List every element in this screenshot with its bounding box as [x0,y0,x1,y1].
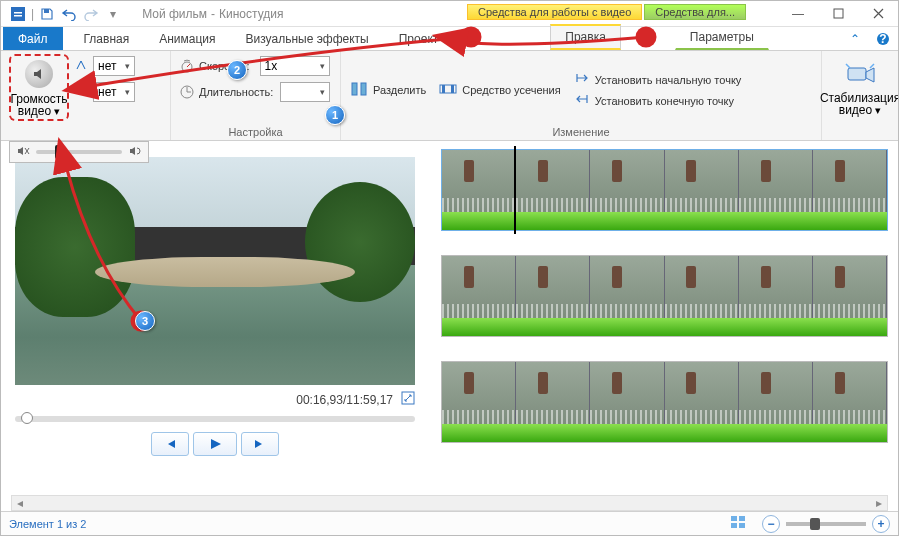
volume-slider-thumb[interactable] [55,145,63,159]
context-tab-music[interactable]: Средства для... [644,4,746,20]
next-frame-button[interactable] [241,432,279,456]
group-edit-label: Изменение [349,126,813,139]
callout-3: 3 [135,311,155,331]
timecode-text: 00:16,93/11:59,17 [296,393,393,407]
seek-thumb[interactable] [21,412,33,424]
save-icon[interactable] [38,5,56,23]
undo-icon[interactable] [60,5,78,23]
svg-rect-16 [731,516,737,521]
zoom-slider[interactable] [786,522,866,526]
svg-rect-14 [848,68,866,80]
close-button[interactable] [858,1,898,27]
qat-dropdown-icon[interactable]: ▾ [104,5,122,23]
video-volume-button[interactable]: Громкостьвидео ▾ [9,54,69,121]
volume-slider[interactable] [36,150,122,154]
split-icon [349,79,369,102]
horizontal-scrollbar[interactable]: ◂ ▸ [11,495,888,511]
seek-slider[interactable] [15,416,415,422]
titlebar: | ▾ Мой фильм-Киностудия — [1,1,898,27]
svg-rect-2 [14,15,22,17]
zoom-in-button[interactable]: + [872,515,890,533]
thumbnails-view-icon[interactable] [730,515,748,532]
volume-label-2: видео [18,104,51,118]
playback-controls [15,432,415,456]
ribbon-group-editing: Разделить Средство усечения Установить н… [341,51,822,140]
timeline-pane [431,141,898,491]
app-name: Киностудия [219,7,283,21]
set-end-icon [573,93,591,108]
svg-text:?: ? [879,32,886,46]
zoom-out-button[interactable]: − [762,515,780,533]
doc-name: Мой фильм [142,7,207,21]
ribbon-group-stabilize: Стабилизациявидео ▾ [822,51,898,140]
zoom-thumb[interactable] [810,518,820,530]
timeline-playhead[interactable] [514,146,516,234]
redo-icon[interactable] [82,5,100,23]
stabilize-button[interactable]: Стабилизациявидео ▾ [830,54,890,119]
play-button[interactable] [193,432,237,456]
scroll-left-icon[interactable]: ◂ [12,496,28,510]
volume-mute-icon [16,144,30,161]
svg-rect-12 [442,85,445,93]
app-menu-icon[interactable] [9,5,27,23]
tab-edit[interactable]: Правка [550,24,621,50]
trim-icon [438,82,458,99]
zoom-control: − + [762,515,890,533]
collapse-ribbon-icon[interactable]: ⌃ [846,30,864,48]
duration-label: Длительность: [199,86,273,98]
ribbon-group-settings: Скорость: 1x Длительность: Настройка [171,51,341,140]
video-preview[interactable] [15,157,415,385]
prev-frame-button[interactable] [151,432,189,456]
svg-rect-3 [44,9,49,13]
set-start-button[interactable]: Установить начальную точку [573,72,742,87]
status-bar: Элемент 1 из 2 − + [1,511,898,535]
tab-file[interactable]: Файл [3,27,63,50]
fadein-icon [75,59,89,73]
tab-view[interactable]: д [453,27,490,50]
fadein-select[interactable]: нет [93,56,135,76]
fadeout-icon [75,85,89,99]
timeline-clip-1[interactable] [441,149,888,231]
group-settings-label: Настройка [179,126,332,139]
set-start-icon [573,72,591,87]
fullscreen-icon[interactable] [401,391,415,408]
timeline-clip-2[interactable] [441,255,888,337]
trim-button[interactable]: Средство усечения [438,82,560,99]
contextual-tab-row: Средства для работы с видео Средства для… [467,4,746,20]
ribbon-group-audio: Громкостьвидео ▾ нет нет [1,51,171,140]
status-text: Элемент 1 из 2 [9,518,86,530]
tab-home[interactable]: Главная [69,27,145,50]
preview-pane: 00:16,93/11:59,17 [1,141,431,491]
tab-visual-effects[interactable]: Визуальные эффекты [231,27,384,50]
svg-rect-1 [14,12,22,14]
speaker-icon [25,60,53,88]
help-icon[interactable]: ? [874,30,892,48]
maximize-button[interactable] [818,1,858,27]
context-tab-video[interactable]: Средства для работы с видео [467,4,642,20]
timecode-row: 00:16,93/11:59,17 [15,391,415,408]
tab-project[interactable]: Проект [384,27,454,50]
speed-select[interactable]: 1x [260,56,330,76]
minimize-button[interactable]: — [778,1,818,27]
quick-access-toolbar: | ▾ [1,5,130,23]
scroll-right-icon[interactable]: ▸ [871,496,887,510]
ribbon-tabstrip: Файл Главная Анимация Визуальные эффекты… [1,27,898,51]
set-end-button[interactable]: Установить конечную точку [573,93,742,108]
svg-rect-19 [739,523,745,528]
tab-parameters[interactable]: Параметры [675,25,769,50]
camera-icon [844,57,876,89]
split-button[interactable]: Разделить [349,79,426,102]
duration-icon [179,83,195,102]
tab-animation[interactable]: Анимация [144,27,230,50]
svg-rect-10 [361,83,366,95]
callout-1: 1 [325,105,345,125]
ribbon: Громкостьвидео ▾ нет нет Скорость: 1x [1,51,898,141]
svg-rect-13 [451,85,454,93]
timeline-clip-3[interactable] [441,361,888,443]
svg-rect-4 [834,9,843,18]
fadeout-select[interactable]: нет [93,82,135,102]
duration-select[interactable] [280,82,330,102]
volume-max-icon [128,144,142,161]
svg-rect-9 [352,83,357,95]
svg-rect-17 [739,516,745,521]
